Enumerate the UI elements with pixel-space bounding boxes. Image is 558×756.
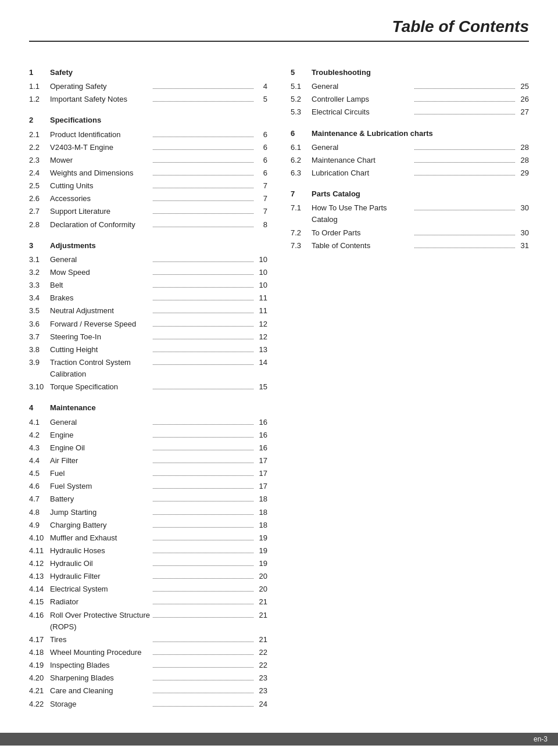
toc-item: 3.1 General 10 [29, 253, 267, 266]
section-heading: 3Adjustments [29, 239, 267, 252]
section-heading: 7Parts Catalog [291, 188, 529, 200]
toc-item: 1.2 Important Safety Notes 5 [29, 93, 267, 106]
toc-item: 6.2 Maintenance Chart 28 [291, 154, 529, 167]
toc-item: 4.14 Electrical System 20 [29, 583, 267, 596]
toc-item: 4.7 Battery 18 [29, 493, 267, 506]
toc-item: 2.3 Mower 6 [29, 154, 267, 167]
page: Table of Contents 1Safety 1.1 Operating … [0, 0, 558, 746]
toc-item: 2.1 Product Identification 6 [29, 128, 267, 141]
toc-item: 3.8 Cutting Height 13 [29, 343, 267, 356]
toc-item: 4.16 Roll Over Protective Structure (ROP… [29, 609, 267, 633]
toc-item: 7.1 How To Use The Parts Catalog 30 [291, 202, 529, 226]
toc-item: 7.3 Table of Contents 31 [291, 239, 529, 252]
section-heading: 2Specifications [29, 114, 267, 127]
toc-item: 4.18 Wheel Mounting Procedure 22 [29, 646, 267, 659]
page-title: Table of Contents [29, 17, 529, 42]
toc-item: 4.8 Jump Starting 18 [29, 506, 267, 519]
toc-item: 2.5 Cutting Units 7 [29, 180, 267, 192]
toc-item: 4.4 Air Filter 17 [29, 454, 267, 467]
toc-item: 7.2 To Order Parts 30 [291, 227, 529, 239]
toc-item: 4.9 Charging Battery 18 [29, 519, 267, 532]
toc-item: 3.7 Steering Toe-In 12 [29, 331, 267, 343]
toc-item: 4.5 Fuel 17 [29, 467, 267, 480]
toc-item: 1.1 Operating Safety 4 [29, 80, 267, 93]
toc-item: 4.2 Engine 16 [29, 429, 267, 442]
footer-label: en-3 [534, 735, 548, 743]
toc-item: 4.12 Hydraulic Oil 19 [29, 557, 267, 570]
toc-item: 5.2 Controller Lamps 26 [291, 93, 529, 106]
toc-item: 3.2 Mow Speed 10 [29, 266, 267, 279]
toc-item: 3.9 Traction Control System Calibration … [29, 356, 267, 381]
toc-item: 4.3 Engine Oil 16 [29, 442, 267, 454]
toc-item: 4.20 Sharpening Blades 23 [29, 672, 267, 685]
toc-item: 4.21 Care and Cleaning 23 [29, 685, 267, 697]
toc-item: 4.19 Inspecting Blades 22 [29, 659, 267, 672]
toc-item: 3.3 Belt 10 [29, 279, 267, 292]
toc-item: 3.6 Forward / Reverse Speed 12 [29, 318, 267, 331]
toc-item: 2.7 Support Literature 7 [29, 205, 267, 218]
section-heading: 4Maintenance [29, 402, 267, 414]
section-heading: 5Troubleshooting [291, 66, 529, 79]
toc-item: 3.4 Brakes 11 [29, 292, 267, 304]
left-column: 1Safety 1.1 Operating Safety 4 1.2 Impor… [29, 58, 267, 711]
toc-item: 4.17 Tires 21 [29, 633, 267, 646]
toc-item: 5.3 Electrical Circuits 27 [291, 106, 529, 119]
toc-item: 5.1 General 25 [291, 80, 529, 93]
toc-item: 4.6 Fuel System 17 [29, 480, 267, 493]
toc-item: 3.10 Torque Specification 15 [29, 381, 267, 393]
toc-item: 4.1 General 16 [29, 416, 267, 429]
toc-item: 6.1 General 28 [291, 141, 529, 154]
toc-columns: 1Safety 1.1 Operating Safety 4 1.2 Impor… [29, 58, 529, 711]
toc-item: 4.13 Hydraulic Filter 20 [29, 570, 267, 583]
toc-item: 6.3 Lubrication Chart 29 [291, 167, 529, 180]
toc-item: 2.4 Weights and Dimensions 6 [29, 167, 267, 180]
toc-item: 4.15 Radiator 21 [29, 596, 267, 608]
section-heading: 6Maintenance & Lubrication charts [291, 127, 529, 140]
toc-item: 2.8 Declaration of Conformity 8 [29, 218, 267, 231]
toc-item: 2.6 Accessories 7 [29, 192, 267, 205]
section-heading: 1Safety [29, 66, 267, 79]
right-column: 5Troubleshooting 5.1 General 25 5.2 Cont… [291, 58, 529, 711]
toc-item: 3.5 Neutral Adjustment 11 [29, 304, 267, 317]
toc-item: 4.11 Hydraulic Hoses 19 [29, 544, 267, 557]
toc-item: 2.2 V2403-M-T Engine 6 [29, 141, 267, 154]
toc-item: 4.10 Muffler and Exhaust 19 [29, 532, 267, 544]
footer-bar: en-3 [0, 733, 558, 746]
toc-item: 4.22 Storage 24 [29, 698, 267, 711]
